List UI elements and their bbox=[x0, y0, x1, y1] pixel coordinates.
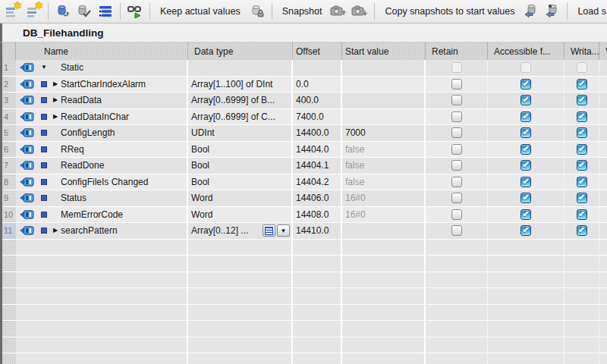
start-value-cell[interactable]: 7000 bbox=[342, 125, 426, 142]
retain-checkbox[interactable] bbox=[451, 225, 462, 236]
header-retain[interactable]: Retain bbox=[426, 42, 488, 60]
row-number[interactable]: 3 bbox=[2, 93, 16, 109]
snapshot-upload-button[interactable] bbox=[329, 2, 348, 20]
retain-checkbox[interactable] bbox=[451, 193, 462, 203]
data-type-cell[interactable]: Word ▼ bbox=[188, 190, 293, 207]
offset-cell[interactable] bbox=[293, 60, 342, 77]
header-writable[interactable]: Writa... bbox=[565, 42, 599, 60]
expander-right-icon[interactable]: ▶ bbox=[53, 114, 58, 120]
writable-checkbox[interactable] bbox=[577, 177, 587, 187]
header-data-type[interactable]: Data type bbox=[188, 42, 293, 60]
row-number[interactable]: 2 bbox=[2, 77, 16, 93]
accessible-checkbox[interactable] bbox=[521, 144, 531, 155]
name-cell[interactable]: ▼ Static bbox=[38, 60, 188, 77]
start-value-cell[interactable] bbox=[342, 223, 426, 240]
retain-checkbox[interactable] bbox=[451, 144, 462, 155]
snapshot-download-button[interactable] bbox=[351, 2, 369, 20]
row-number[interactable]: 11 bbox=[2, 223, 16, 240]
header-name[interactable]: Name bbox=[38, 42, 188, 60]
name-cell[interactable]: MemErrorCode bbox=[38, 207, 188, 224]
accessible-checkbox[interactable] bbox=[521, 111, 531, 122]
retain-checkbox[interactable] bbox=[451, 111, 462, 122]
row-number[interactable]: 7 bbox=[2, 158, 16, 174]
header-visible[interactable]: V bbox=[599, 42, 607, 60]
accessible-checkbox[interactable] bbox=[521, 127, 531, 138]
accessible-checkbox[interactable] bbox=[521, 95, 531, 105]
type-browse-button[interactable] bbox=[263, 224, 275, 237]
retain-checkbox[interactable] bbox=[451, 177, 462, 187]
initialize-values-button[interactable] bbox=[54, 2, 72, 20]
name-cell[interactable]: ConfigFileIs Changed bbox=[38, 174, 188, 191]
writable-checkbox[interactable] bbox=[577, 193, 587, 203]
insert-row-button[interactable]: ✱ bbox=[3, 2, 21, 20]
row-number[interactable]: 1 bbox=[2, 60, 16, 77]
data-type-cell[interactable]: Array[0..6999] of B... ▼ bbox=[188, 93, 293, 109]
retain-checkbox[interactable] bbox=[451, 160, 462, 171]
retain-checkbox[interactable] bbox=[451, 79, 462, 89]
update-interface-button[interactable] bbox=[75, 2, 93, 20]
name-cell[interactable]: RReq bbox=[38, 142, 188, 158]
row-number[interactable]: 9 bbox=[2, 190, 16, 207]
start-value-cell[interactable] bbox=[342, 93, 426, 109]
data-type-cell[interactable]: Bool ▼ bbox=[188, 174, 293, 191]
accessible-checkbox[interactable] bbox=[521, 225, 531, 236]
row-number[interactable]: 10 bbox=[2, 207, 16, 224]
name-cell[interactable]: ConfigLength bbox=[38, 125, 188, 142]
retain-checkbox[interactable] bbox=[451, 209, 462, 220]
expander-right-icon[interactable]: ▶ bbox=[53, 81, 58, 87]
writable-checkbox[interactable] bbox=[577, 209, 587, 220]
writable-checkbox[interactable] bbox=[577, 111, 587, 122]
writable-checkbox[interactable] bbox=[577, 225, 587, 236]
keep-actual-values-button[interactable] bbox=[248, 2, 266, 20]
offset-cell[interactable]: 0.0 bbox=[293, 77, 342, 93]
header-start-value[interactable]: Start value bbox=[342, 42, 426, 60]
row-number[interactable]: 8 bbox=[2, 174, 16, 191]
add-row-button[interactable]: ✱ bbox=[24, 2, 42, 20]
type-dropdown-button[interactable]: ▼ bbox=[277, 224, 290, 237]
row-number[interactable]: 4 bbox=[2, 109, 16, 126]
accessible-checkbox[interactable] bbox=[521, 209, 531, 220]
writable-checkbox[interactable] bbox=[577, 95, 587, 105]
offset-cell[interactable]: 14410.0 bbox=[293, 223, 342, 240]
start-value-cell[interactable]: 16#0 bbox=[342, 190, 426, 207]
name-cell[interactable]: ▶ StartCharIndexAlarm bbox=[38, 77, 188, 93]
writable-checkbox[interactable] bbox=[577, 144, 587, 155]
accessible-checkbox[interactable] bbox=[521, 160, 531, 171]
writable-checkbox[interactable] bbox=[577, 79, 587, 89]
offset-cell[interactable]: 7400.0 bbox=[293, 109, 342, 126]
data-type-cell[interactable]: Array[1..100] of DInt ▼ bbox=[188, 77, 293, 93]
data-type-cell[interactable]: Word ▼ bbox=[188, 207, 293, 224]
row-number[interactable]: 6 bbox=[2, 142, 16, 158]
start-value-cell[interactable] bbox=[342, 109, 426, 126]
header-accessible[interactable]: Accessible f... bbox=[488, 42, 565, 60]
writable-checkbox[interactable] bbox=[577, 127, 587, 138]
start-value-cell[interactable] bbox=[342, 60, 426, 77]
offset-cell[interactable]: 14404.2 bbox=[293, 174, 342, 191]
row-number[interactable]: 5 bbox=[2, 125, 16, 142]
offset-cell[interactable]: 14400.0 bbox=[293, 125, 342, 142]
expand-members-button[interactable] bbox=[96, 2, 115, 20]
data-type-cell[interactable]: Array[0..6999] of C... ▼ bbox=[188, 109, 293, 126]
name-cell[interactable]: ReadDone bbox=[38, 158, 188, 174]
expander-right-icon[interactable]: ▶ bbox=[53, 97, 58, 103]
writable-checkbox[interactable] bbox=[577, 160, 587, 171]
name-cell[interactable]: ▶ ReadData bbox=[38, 93, 188, 109]
expander-down-icon[interactable]: ▼ bbox=[41, 64, 47, 71]
offset-cell[interactable]: 400.0 bbox=[293, 93, 342, 109]
offset-cell[interactable]: 14404.1 bbox=[293, 158, 342, 174]
accessible-checkbox[interactable] bbox=[521, 193, 531, 203]
data-type-cell[interactable]: UDInt ▼ bbox=[188, 125, 293, 142]
offset-cell[interactable]: 14404.0 bbox=[293, 142, 342, 158]
expander-right-icon[interactable]: ▶ bbox=[53, 228, 58, 234]
offset-cell[interactable]: 14406.0 bbox=[293, 190, 342, 207]
offset-cell[interactable]: 14408.0 bbox=[293, 207, 342, 224]
start-value-cell[interactable]: 16#0 bbox=[342, 207, 426, 224]
name-cell[interactable]: ▶ searchPattern bbox=[38, 223, 188, 240]
accessible-checkbox[interactable] bbox=[521, 79, 531, 89]
data-type-cell[interactable]: Bool ▼ bbox=[188, 142, 293, 158]
retain-checkbox[interactable] bbox=[451, 127, 462, 138]
data-type-cell[interactable]: Array[0..12] ... ▼ bbox=[188, 223, 293, 240]
copy-snapshot-setpoints-button[interactable] bbox=[543, 2, 561, 20]
accessible-checkbox[interactable] bbox=[521, 177, 531, 187]
name-cell[interactable]: Status bbox=[38, 190, 188, 207]
